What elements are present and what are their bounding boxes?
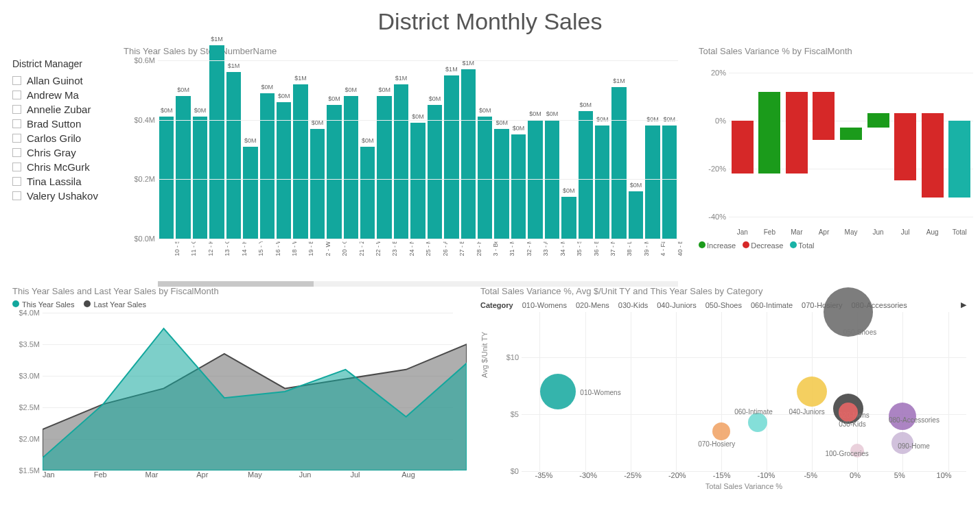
waterfall-bar[interactable] [732, 121, 754, 174]
bar[interactable]: $0M [277, 102, 291, 239]
waterfall-bar[interactable] [867, 113, 889, 128]
bar[interactable]: $0M [595, 125, 609, 239]
scatter-point-label: 090-Home [898, 442, 930, 450]
bar-value-label: $0M [345, 86, 358, 93]
slicer-item-brad-sutton[interactable]: Brad Sutton [12, 117, 118, 131]
bar-value-label: $0M [563, 187, 575, 194]
checkbox-icon[interactable] [12, 148, 21, 157]
slicer-item-annelie-zubar[interactable]: Annelie Zubar [12, 102, 118, 117]
area-series[interactable] [43, 313, 467, 470]
legend-scroll-right-icon[interactable]: ▶ [961, 300, 966, 309]
bar[interactable]: $1M [461, 69, 476, 239]
bar[interactable]: $1M [444, 75, 458, 239]
scatter-point[interactable] [839, 403, 858, 422]
legend-item[interactable]: 060-Intimate [749, 301, 793, 309]
legend-item[interactable]: Last Year Sales [84, 300, 145, 309]
x-tick: -10% [744, 471, 789, 479]
bar[interactable]: $0M [243, 147, 257, 239]
slicer-item-valery-ushakov[interactable]: Valery Ushakov [12, 189, 118, 203]
scatter-point[interactable] [797, 376, 827, 407]
bar[interactable]: $0M [561, 197, 576, 239]
legend-item[interactable]: 040-Juniors [655, 301, 696, 309]
bar[interactable]: $0M [327, 105, 341, 239]
chart-title: Total Sales Variance %, Avg $/Unit TY an… [480, 286, 966, 296]
waterfall-bar[interactable] [894, 113, 916, 180]
bar[interactable]: $0M [410, 123, 425, 239]
checkbox-icon[interactable] [12, 177, 21, 186]
slicer-item-andrew-ma[interactable]: Andrew Ma [12, 88, 118, 102]
checkbox-icon[interactable] [12, 76, 21, 85]
slicer-item-label: Allan Guinot [27, 75, 83, 86]
bar[interactable]: $1M [611, 87, 626, 239]
y-tick: -40% [708, 213, 726, 221]
legend-item[interactable]: 030-Kids [616, 301, 648, 309]
checkbox-icon[interactable] [12, 91, 21, 99]
bar[interactable]: $0M [478, 117, 492, 239]
bar[interactable]: $0M [579, 111, 593, 239]
legend-item[interactable]: Decrease [743, 241, 783, 250]
checkbox-icon[interactable] [12, 134, 21, 143]
checkbox-icon[interactable] [12, 119, 21, 128]
checkbox-icon[interactable] [12, 105, 21, 114]
bar[interactable]: $0M [428, 105, 442, 239]
bar[interactable]: $0M [260, 93, 275, 239]
store-bar-chart[interactable]: This Year Sales by StoreNumberName $0.0M… [124, 39, 692, 279]
bar-value-label: $0M [429, 95, 441, 102]
bar[interactable]: $1M [226, 72, 241, 239]
waterfall-bar[interactable] [948, 121, 970, 198]
checkbox-icon[interactable] [12, 191, 21, 200]
x-tick: -25% [611, 471, 655, 479]
x-tick: -5% [789, 471, 833, 479]
slicer-item-allan-guinot[interactable]: Allan Guinot [12, 73, 118, 88]
bar[interactable]: $1M [394, 84, 408, 239]
bar[interactable]: $0M [360, 147, 375, 239]
bar[interactable]: $0M [511, 134, 526, 239]
bar[interactable]: $0M [645, 125, 660, 239]
variance-waterfall-chart[interactable]: Total Sales Variance % by FiscalMonth -4… [692, 39, 980, 279]
category-scatter-chart[interactable]: Total Sales Variance %, Avg $/Unit TY an… [467, 279, 980, 519]
x-tick: Jul [891, 228, 919, 236]
bar-value-label: $0M [161, 107, 173, 114]
scatter-point[interactable] [712, 422, 730, 440]
checkbox-icon[interactable] [12, 163, 21, 171]
legend-item[interactable]: 020-Mens [574, 301, 609, 309]
chart-title: This Year Sales by StoreNumberName [124, 46, 678, 56]
legend-item[interactable]: Increase [699, 241, 736, 250]
chart-title: Total Sales Variance % by FiscalMonth [699, 46, 973, 56]
waterfall-bar[interactable] [922, 113, 944, 198]
bar[interactable]: $0M [310, 129, 325, 239]
bar-value-label: $1M [445, 66, 458, 73]
y-tick: $0 [511, 467, 519, 475]
legend-item[interactable]: Total [790, 241, 814, 250]
bar[interactable]: $0M [176, 96, 190, 239]
scatter-point-label: 050-Shoes [843, 328, 876, 336]
slicer-item-label: Brad Sutton [27, 118, 81, 130]
bar[interactable]: $0M [344, 96, 358, 239]
waterfall-bar[interactable] [813, 92, 835, 140]
bar[interactable]: $1M [209, 45, 224, 239]
bar[interactable]: $0M [193, 117, 207, 239]
waterfall-bar[interactable] [758, 92, 780, 174]
scatter-point[interactable] [540, 374, 576, 409]
slicer-item-chris-gray[interactable]: Chris Gray [12, 145, 118, 160]
waterfall-bar[interactable] [840, 128, 862, 140]
legend-item[interactable]: 050-Shoes [703, 301, 742, 309]
sales-area-chart[interactable]: This Year Sales and Last Year Sales by F… [0, 279, 467, 519]
slicer-item-tina-lassila[interactable]: Tina Lassila [12, 174, 118, 189]
bar-value-label: $0M [328, 95, 340, 102]
bar[interactable]: $0M [662, 125, 677, 239]
bar[interactable]: $0M [629, 191, 643, 239]
bar[interactable]: $0M [159, 117, 174, 239]
slicer-item-carlos-grilo[interactable]: Carlos Grilo [12, 131, 118, 145]
bar[interactable]: $0M [494, 129, 509, 239]
y-tick: 0% [715, 117, 726, 125]
bar[interactable]: $1M [293, 84, 307, 239]
legend-item[interactable]: 010-Womens [520, 301, 567, 309]
bar-value-label: $1M [228, 62, 240, 69]
waterfall-bar[interactable] [786, 92, 808, 174]
bar[interactable]: $0M [377, 96, 391, 239]
slicer-item-chris-mcgurk[interactable]: Chris McGurk [12, 160, 118, 174]
y-tick: $5 [511, 410, 519, 418]
x-tick: Apr [196, 470, 248, 479]
legend-item[interactable]: This Year Sales [12, 300, 74, 309]
